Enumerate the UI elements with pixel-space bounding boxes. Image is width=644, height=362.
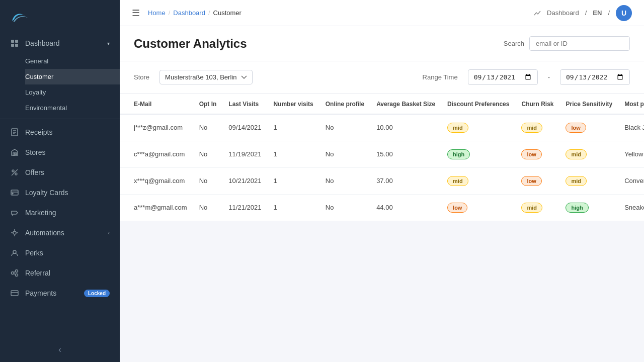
sidebar-item-loyalty-cards[interactable]: Loyalty Cards [0,183,120,203]
svg-rect-28 [11,291,18,296]
price-sensitivity-badge: mid [566,176,587,186]
marketing-icon [10,208,19,217]
col-email: E-Mail [120,94,193,114]
sidebar-item-automations[interactable]: Automations ‹ [0,223,120,243]
sidebar-item-marketing[interactable]: Marketing [0,203,120,223]
sidebar-item-offers[interactable]: Offers [0,162,120,183]
automations-icon [10,228,19,237]
cell-opt-in: No [193,167,223,194]
cell-opt-in: No [193,141,223,167]
cell-popular-items: Sneaker [618,194,644,221]
churn-risk-badge: mid [521,123,542,133]
cell-online-profile: No [319,167,370,194]
col-number-visits: Number visits [267,94,319,114]
sidebar-collapse-button[interactable]: ‹ [0,337,120,362]
breadcrumb-home[interactable]: Home [148,9,166,17]
table-row[interactable]: x***q@gmail.com No 10/21/2021 1 No 37.00… [120,167,644,194]
breadcrumb-sep-2: / [208,9,210,17]
cell-avg-basket: 10.00 [370,114,441,141]
discount-pref-badge: high [447,149,470,159]
sidebar-item-perks[interactable]: Perks [0,243,120,263]
topbar-dashboard-link[interactable]: Dashboard [547,9,579,17]
sidebar-item-stores-label: Stores [25,148,110,156]
cell-popular-items: Black Jeans [618,114,644,141]
cell-churn-risk: mid [515,114,559,141]
filters-bar: Store Musterstraße 103, Berlin Range Tim… [120,61,644,94]
sidebar-item-offers-label: Offers [25,168,110,176]
sidebar: Dashboard ▾ General Customer Loyalty Env… [0,0,120,362]
page-title: Customer Analytics [134,37,247,51]
sidebar-item-dashboard[interactable]: Dashboard ▾ [0,33,120,53]
svg-rect-1 [15,40,18,43]
date-to-input[interactable] [560,69,630,85]
cell-opt-in: No [193,194,223,221]
discount-pref-badge: mid [447,123,468,133]
cell-opt-in: No [193,114,223,141]
avatar[interactable]: U [616,5,632,21]
cell-popular-items: Converse [618,167,644,194]
sidebar-item-receipts[interactable]: Receipts [0,122,120,142]
page-header: Customer Analytics Search [120,26,644,61]
table-row[interactable]: a***m@gmail.com No 11/21/2021 1 No 44.00… [120,194,644,221]
cell-online-profile: No [319,114,370,141]
sidebar-item-referral[interactable]: Referral [0,263,120,283]
topbar-right: Dashboard / EN / U [534,5,632,21]
cell-number-visits: 1 [267,167,319,194]
col-churn-risk: Churn Risk [515,94,559,114]
sidebar-item-customer[interactable]: Customer [25,69,120,84]
cell-last-visits: 09/14/2021 [222,114,267,141]
topbar-lang: / [585,9,587,17]
sidebar-item-payments[interactable]: Payments Locked [0,283,120,303]
sidebar-item-loyalty-cards-label: Loyalty Cards [25,189,110,197]
sidebar-item-loyalty[interactable]: Loyalty [25,84,120,100]
discount-pref-badge: mid [447,176,468,186]
offers-icon [10,168,19,177]
stores-icon [10,148,19,157]
breadcrumb-dashboard[interactable]: Dashboard [173,9,205,17]
chevron-down-icon: ▾ [107,41,110,46]
cell-discount-pref: mid [441,167,515,194]
sidebar-item-general[interactable]: General [25,53,120,69]
customer-table: E-Mail Opt In Last Visits Number visits … [120,94,644,221]
svg-point-25 [16,274,18,277]
table-header-row: E-Mail Opt In Last Visits Number visits … [120,94,644,114]
cell-popular-items: Yellow Cap [618,141,644,167]
topbar-lang-en[interactable]: EN [593,9,602,17]
brand-logo-icon [10,9,30,24]
cell-avg-basket: 37.00 [370,167,441,194]
churn-risk-badge: mid [521,203,542,213]
date-range-separator: - [548,73,550,81]
cell-churn-risk: low [515,167,559,194]
payments-icon [10,289,19,298]
col-price-sensitivity: Price Sensitivity [559,94,618,114]
sidebar-item-receipts-label: Receipts [25,128,110,136]
table-row[interactable]: c***a@gmail.com No 11/19/2021 1 No 15.00… [120,141,644,167]
range-time-label: Range Time [423,73,458,81]
search-input[interactable] [529,36,630,51]
sidebar-item-environmental-label: Environmental [25,104,110,112]
hamburger-menu-button[interactable]: ☰ [132,8,140,19]
svg-rect-8 [13,153,15,155]
loyalty-cards-icon [10,188,19,197]
automations-chevron-icon: ‹ [108,230,110,236]
store-select[interactable]: Musterstraße 103, Berlin [159,70,253,84]
cell-email: x***q@gmail.com [120,167,193,194]
cell-last-visits: 11/21/2021 [222,194,267,221]
topbar-lang-sep: / [608,9,610,17]
cell-price-sensitivity: mid [559,141,618,167]
col-avg-basket: Average Basket Size [370,94,441,114]
sidebar-item-dashboard-label: Dashboard [25,39,101,47]
cell-online-profile: No [319,141,370,167]
table-row[interactable]: j***z@gmail.com No 09/14/2021 1 No 10.00… [120,114,644,141]
sidebar-item-stores[interactable]: Stores [0,142,120,162]
svg-rect-2 [11,44,14,47]
svg-point-22 [13,250,16,253]
churn-risk-badge: low [521,176,541,186]
sidebar-item-loyalty-label: Loyalty [25,88,110,96]
date-from-input[interactable] [468,69,538,85]
cell-number-visits: 1 [267,194,319,221]
svg-rect-0 [11,40,14,43]
cell-last-visits: 11/19/2021 [222,141,267,167]
svg-line-26 [14,272,16,273]
sidebar-item-environmental[interactable]: Environmental [25,100,120,116]
